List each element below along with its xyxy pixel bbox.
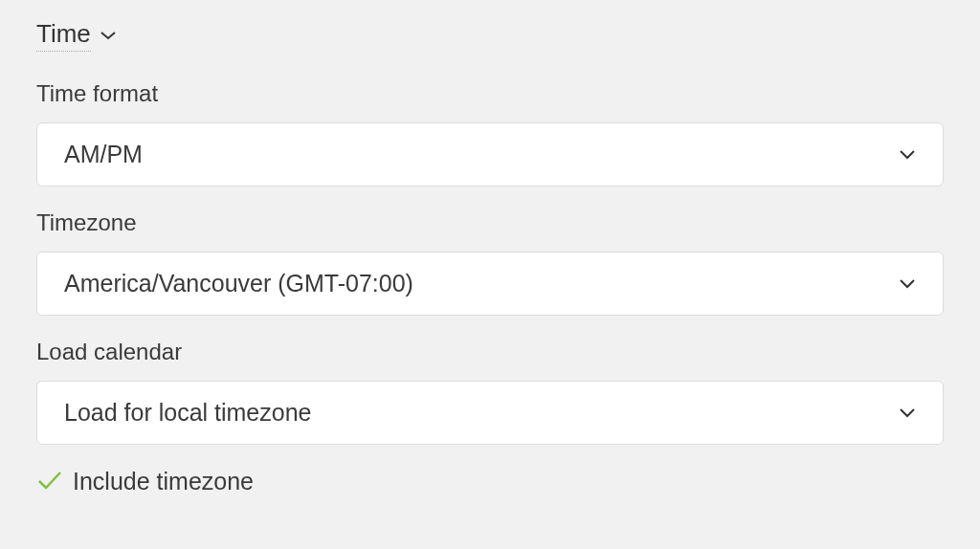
load-calendar-value: Load for local timezone	[64, 399, 311, 427]
checkmark-icon	[36, 470, 63, 494]
timezone-field: Timezone America/Vancouver (GMT-07:00)	[36, 209, 944, 316]
timezone-label: Timezone	[36, 209, 944, 236]
time-format-value: AM/PM	[64, 141, 143, 168]
load-calendar-select[interactable]: Load for local timezone	[36, 381, 944, 445]
timezone-value: America/Vancouver (GMT-07:00)	[64, 270, 413, 297]
chevron-down-icon	[100, 31, 116, 40]
time-format-select[interactable]: AM/PM	[36, 122, 944, 187]
timezone-select[interactable]: America/Vancouver (GMT-07:00)	[36, 252, 944, 316]
include-timezone-checkbox[interactable]: Include timezone	[36, 468, 944, 495]
section-header[interactable]: Time	[36, 19, 944, 52]
time-format-label: Time format	[36, 80, 944, 107]
section-title: Time	[36, 19, 91, 52]
load-calendar-label: Load calendar	[36, 339, 944, 365]
include-timezone-label: Include timezone	[73, 468, 254, 495]
load-calendar-field: Load calendar Load for local timezone	[36, 339, 944, 445]
chevron-down-icon	[899, 405, 916, 422]
chevron-down-icon	[899, 146, 916, 164]
time-format-field: Time format AM/PM	[36, 80, 944, 187]
chevron-down-icon	[899, 275, 916, 293]
